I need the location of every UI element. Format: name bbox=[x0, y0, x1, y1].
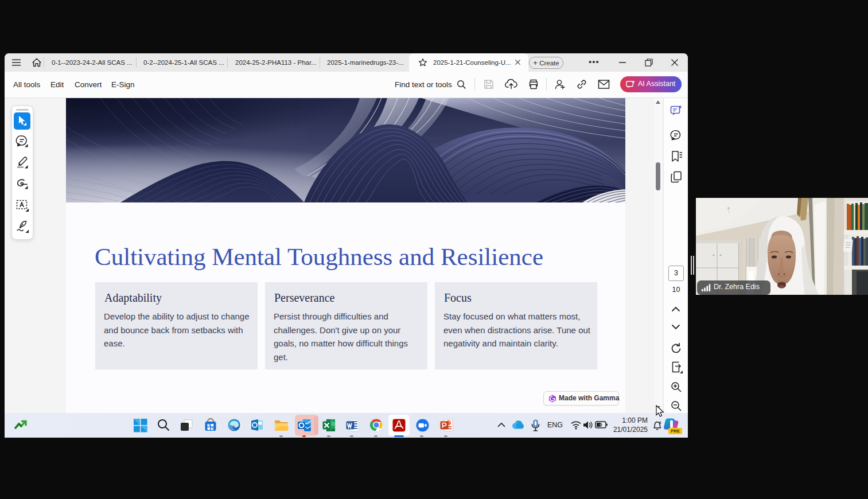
svg-text:z: z bbox=[659, 420, 661, 424]
